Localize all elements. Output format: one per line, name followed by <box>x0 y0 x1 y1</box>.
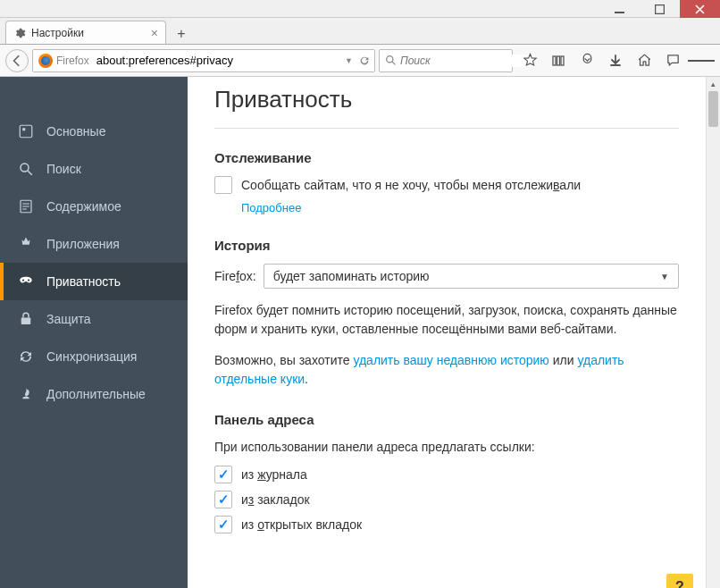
downloads-button[interactable] <box>602 48 629 73</box>
svg-rect-1 <box>656 4 665 13</box>
toolbar: Firefox ▼ <box>0 45 720 77</box>
search-bar[interactable] <box>379 49 513 72</box>
maximize-button[interactable] <box>640 0 680 18</box>
advanced-icon <box>18 386 34 402</box>
sidebar-item-content[interactable]: Содержимое <box>0 188 188 225</box>
tab-strip: Настройки × + <box>0 18 720 45</box>
preferences-sidebar: Основные Поиск Содержимое Приложения При… <box>0 77 188 588</box>
history-section: История Firefox: будет запоминать истори… <box>214 238 679 389</box>
clear-history-link[interactable]: удалить вашу недавнюю историю <box>353 353 548 367</box>
url-bar[interactable]: Firefox ▼ <box>32 49 375 72</box>
minimize-button[interactable] <box>599 0 640 18</box>
general-icon <box>18 123 34 139</box>
sidebar-item-search[interactable]: Поиск <box>0 150 188 188</box>
history-links-text: Возможно, вы захотите удалить вашу недав… <box>214 351 679 389</box>
tab-title: Настройки <box>31 27 146 39</box>
history-heading: История <box>214 238 679 253</box>
tracking-heading: Отслеживание <box>214 150 679 165</box>
locationbar-section: Панель адреса При использовании панели а… <box>214 412 679 533</box>
tracking-more-link[interactable]: Подробнее <box>241 201 301 214</box>
content-icon <box>18 198 34 214</box>
sidebar-label: Приложения <box>46 237 120 251</box>
sidebar-item-advanced[interactable]: Дополнительные <box>0 375 188 413</box>
close-button[interactable] <box>680 0 720 18</box>
history-select-value: будет запоминать историю <box>273 269 430 283</box>
url-dropdown-icon[interactable]: ▼ <box>345 56 353 65</box>
search-icon <box>385 55 397 66</box>
library-button[interactable] <box>545 48 572 73</box>
search-icon <box>18 161 34 177</box>
new-tab-button[interactable]: + <box>170 24 193 44</box>
bookmark-star-button[interactable] <box>516 48 543 73</box>
suggest-history-checkbox[interactable] <box>214 466 232 483</box>
firefox-icon <box>38 54 53 68</box>
suggest-bookmarks-label: из закладок <box>241 492 310 507</box>
svg-point-15 <box>22 279 24 281</box>
suggest-history-label: из журнала <box>241 467 307 482</box>
svg-rect-6 <box>561 56 564 65</box>
svg-rect-7 <box>20 125 32 138</box>
svg-rect-4 <box>553 56 556 65</box>
sync-icon <box>18 349 34 365</box>
lock-icon <box>18 311 34 327</box>
scroll-thumb[interactable] <box>708 91 718 127</box>
sidebar-label: Синхронизация <box>46 349 137 364</box>
history-mode-select[interactable]: будет запоминать историю ▼ <box>264 264 679 289</box>
svg-point-16 <box>28 279 29 281</box>
search-input[interactable] <box>400 55 535 67</box>
do-not-track-label: Сообщать сайтам, что я не хочу, чтобы ме… <box>241 178 581 192</box>
tab-close-icon[interactable]: × <box>151 27 158 39</box>
home-button[interactable] <box>631 48 657 73</box>
applications-icon <box>18 236 34 252</box>
sidebar-item-sync[interactable]: Синхронизация <box>0 338 188 375</box>
svg-rect-8 <box>22 128 25 130</box>
identity-box[interactable]: Firefox <box>37 54 93 68</box>
sidebar-label: Содержимое <box>46 199 121 214</box>
sidebar-label: Поиск <box>46 162 81 176</box>
sidebar-item-privacy[interactable]: Приватность <box>0 263 188 300</box>
chat-button[interactable] <box>659 48 686 73</box>
url-input[interactable] <box>93 54 345 67</box>
window-controls <box>0 0 720 18</box>
sidebar-item-applications[interactable]: Приложения <box>0 225 188 263</box>
svg-rect-5 <box>557 56 560 65</box>
svg-point-9 <box>21 164 29 172</box>
locationbar-intro: При использовании панели адреса предлага… <box>214 438 679 457</box>
sidebar-label: Приватность <box>46 274 121 289</box>
svg-rect-0 <box>615 12 624 13</box>
suggest-opentabs-checkbox[interactable] <box>214 516 232 533</box>
tracking-section: Отслеживание Сообщать сайтам, что я не х… <box>214 150 679 214</box>
privacy-mask-icon <box>18 273 34 290</box>
back-button[interactable] <box>5 49 29 72</box>
gear-icon <box>13 27 26 39</box>
svg-rect-17 <box>21 318 31 325</box>
svg-point-2 <box>387 56 393 63</box>
scroll-up-icon[interactable]: ▴ <box>707 77 720 91</box>
chevron-down-icon: ▼ <box>660 272 669 281</box>
identity-label: Firefox <box>56 55 89 67</box>
sidebar-item-general[interactable]: Основные <box>0 113 188 150</box>
pocket-button[interactable] <box>573 48 600 73</box>
vertical-scrollbar[interactable]: ▴ ▾ <box>706 77 720 588</box>
browser-tab[interactable]: Настройки × <box>5 21 166 44</box>
do-not-track-checkbox[interactable] <box>214 176 232 194</box>
suggest-bookmarks-checkbox[interactable] <box>214 491 232 508</box>
svg-line-10 <box>28 171 32 175</box>
reload-button[interactable] <box>358 55 371 67</box>
menu-button[interactable] <box>688 48 715 73</box>
sidebar-item-security[interactable]: Защита <box>0 300 188 338</box>
svg-line-3 <box>392 62 395 64</box>
suggest-opentabs-label: из открытых вкладок <box>241 517 362 532</box>
history-description: Firefox будет помнить историю посещений,… <box>214 301 679 339</box>
page-title: Приватность <box>214 86 679 129</box>
sidebar-label: Дополнительные <box>46 387 146 401</box>
sidebar-label: Основные <box>46 124 105 139</box>
locationbar-heading: Панель адреса <box>214 412 679 427</box>
main-panel: Приватность Отслеживание Сообщать сайтам… <box>188 77 706 588</box>
help-button[interactable]: ? <box>666 574 693 588</box>
sidebar-label: Защита <box>46 312 91 326</box>
history-select-label: Firefox: <box>214 269 256 283</box>
